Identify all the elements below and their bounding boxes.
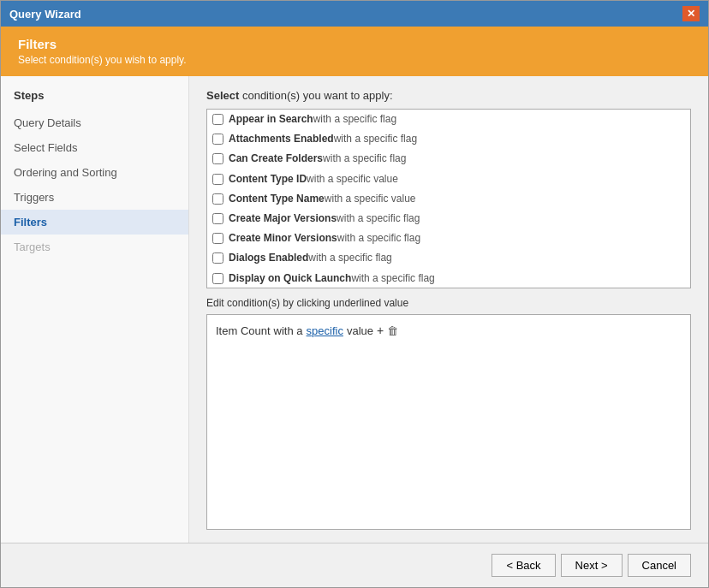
checkbox-display-on-quick-launch[interactable]: [212, 273, 223, 284]
header-banner: Filters Select condition(s) you wish to …: [1, 27, 708, 76]
edit-section-title: Edit condition(s) by clicking underlined…: [206, 297, 691, 309]
title-bar: Query Wizard ✕: [1, 1, 708, 27]
condition-content-type-id[interactable]: Content Type ID with a specific value: [207, 169, 690, 189]
sidebar: Steps Query Details Select Fields Orderi…: [1, 76, 189, 543]
conditions-list[interactable]: Appear in Search with a specific flag At…: [206, 109, 691, 288]
condition-create-major-versions[interactable]: Create Major Versions with a specific fl…: [207, 209, 690, 229]
cancel-button[interactable]: Cancel: [628, 554, 691, 577]
footer: < Back Next > Cancel: [1, 543, 708, 587]
edit-area: Item Count with a specific value + 🗑: [206, 314, 691, 530]
checkbox-create-minor-versions[interactable]: [212, 233, 223, 244]
checkbox-content-type-name[interactable]: [212, 193, 223, 205]
condition-appear-in-search[interactable]: Appear in Search with a specific flag: [207, 110, 690, 129]
sidebar-item-query-details[interactable]: Query Details: [1, 110, 188, 135]
sidebar-item-select-fields[interactable]: Select Fields: [1, 135, 188, 160]
edit-condition-line: Item Count with a specific value + 🗑: [216, 324, 682, 337]
checkbox-dialogs-enabled[interactable]: [212, 252, 223, 264]
edit-condition-suffix: value: [347, 324, 373, 337]
banner-subtitle: Select condition(s) you wish to apply.: [18, 54, 691, 66]
select-instruction: Select condition(s) you want to apply:: [206, 89, 691, 102]
content-area: Select condition(s) you want to apply: A…: [189, 76, 708, 543]
sidebar-item-triggers[interactable]: Triggers: [1, 185, 188, 210]
checkbox-can-create-folders[interactable]: [212, 153, 223, 164]
condition-create-minor-versions[interactable]: Create Minor Versions with a specific fl…: [207, 229, 690, 248]
checkbox-create-major-versions[interactable]: [212, 213, 223, 224]
instruction-text: condition(s) you want to apply:: [239, 89, 392, 102]
checkbox-appear-in-search[interactable]: [212, 114, 223, 125]
condition-display-on-quick-launch[interactable]: Display on Quick Launch with a specific …: [207, 269, 690, 288]
edit-condition-link[interactable]: specific: [307, 324, 343, 337]
sidebar-item-ordering-sorting[interactable]: Ordering and Sorting: [1, 160, 188, 185]
next-button[interactable]: Next >: [561, 554, 623, 577]
back-button[interactable]: < Back: [492, 554, 555, 577]
query-wizard-window: Query Wizard ✕ Filters Select condition(…: [0, 0, 709, 588]
checkbox-attachments-enabled[interactable]: [212, 134, 223, 145]
sidebar-item-filters[interactable]: Filters: [1, 210, 188, 235]
condition-can-create-folders[interactable]: Can Create Folders with a specific flag: [207, 149, 690, 169]
edit-condition-prefix: Item Count: [216, 324, 271, 337]
sidebar-item-targets: Targets: [1, 235, 188, 259]
add-condition-icon[interactable]: +: [377, 324, 384, 337]
delete-condition-icon[interactable]: 🗑: [387, 324, 398, 337]
condition-content-type-name[interactable]: Content Type Name with a specific value: [207, 189, 690, 209]
window-title: Query Wizard: [9, 8, 81, 21]
condition-dialogs-enabled[interactable]: Dialogs Enabled with a specific flag: [207, 248, 690, 268]
checkbox-content-type-id[interactable]: [212, 174, 223, 185]
sidebar-title: Steps: [1, 89, 188, 110]
banner-title: Filters: [18, 37, 691, 51]
edit-condition-mid: with a: [274, 324, 303, 337]
instruction-prefix: Select: [206, 89, 239, 102]
close-button[interactable]: ✕: [682, 6, 700, 21]
main-content: Steps Query Details Select Fields Orderi…: [1, 76, 708, 543]
condition-attachments-enabled[interactable]: Attachments Enabled with a specific flag: [207, 129, 690, 149]
